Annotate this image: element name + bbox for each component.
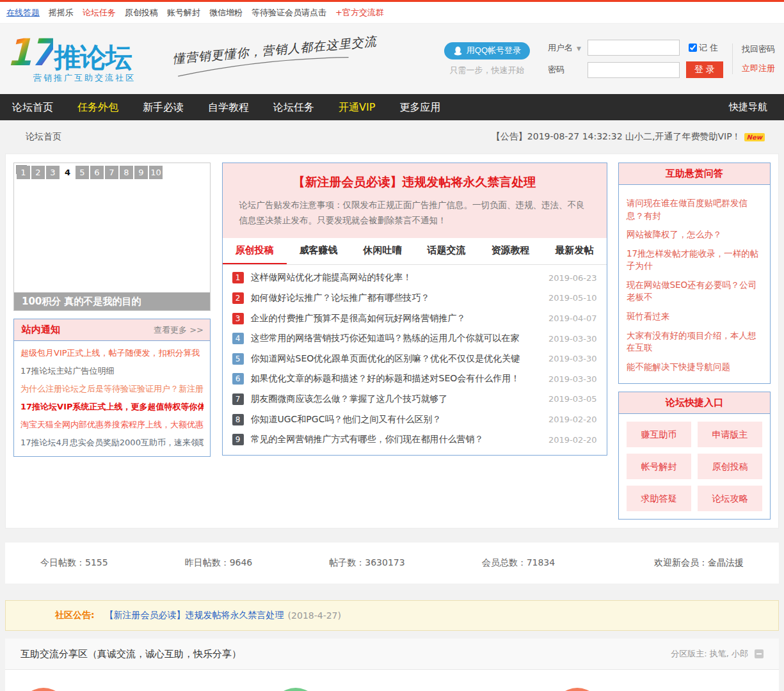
post-title[interactable]: 你知道网站SEO优化跟单页面优化的区别嘛？优化不仅仅是优化关键	[251, 353, 543, 365]
post-title[interactable]: 朋友圈微商应该怎么做？掌握了这几个技巧就够了	[251, 393, 543, 405]
post-title[interactable]: 如何做好论坛推广？论坛推广都有哪些技巧？	[251, 292, 543, 304]
qq-login-button[interactable]: 用QQ帐号登录	[444, 42, 530, 60]
top-link[interactable]: 账号解封	[167, 7, 200, 19]
logo-text: 推论坛	[54, 44, 131, 71]
forum-icon-circle[interactable]	[19, 688, 68, 691]
post-title[interactable]: 如果优化文章的标题和描述？好的标题和描述对SEO会有什么作用！	[251, 373, 543, 385]
carousel-caption[interactable]: 100积分 真的不是我的目的	[14, 292, 210, 310]
top-link[interactable]: 在线答题	[6, 7, 40, 19]
forum-icon-circle[interactable]	[271, 688, 320, 691]
carousel-page-button[interactable]: 3	[46, 166, 60, 179]
post-tab[interactable]: 资源教程	[479, 238, 543, 264]
post-title[interactable]: 这样做网站优化才能提高网站的转化率！	[251, 272, 543, 283]
section-title[interactable]: 互助交流分享区（真诚交流，诚心互助，快乐分享）	[20, 648, 241, 660]
forgot-password-link[interactable]: 找回密码	[742, 44, 775, 55]
top-link[interactable]: 等待验证会员请点击	[252, 7, 326, 19]
quick-entry-header: 论坛快捷入口	[619, 392, 770, 414]
community-announcement-link[interactable]: 【新注册会员必读】违规发帖将永久禁言处理	[105, 610, 284, 621]
post-row[interactable]: 2 如何做好论坛推广？论坛推广都有哪些技巧？ 2019-05-10	[232, 288, 597, 308]
notice-item[interactable]: 17推论坛VIP系统正式上线，更多超值特权等你体	[20, 398, 204, 416]
post-row[interactable]: 9 常见的全网营销推广方式有哪些，你们现在都用什么营销？ 2019-02-20	[232, 429, 597, 450]
notice-item[interactable]: 超级包月VIP正式上线，帖子随便发，扣积分算我	[20, 344, 204, 362]
post-tab[interactable]: 威客赚钱	[287, 238, 351, 264]
site-logo[interactable]: 17 推论坛 营销推广互助交流社区	[6, 34, 154, 84]
carousel-page-button[interactable]: 4	[61, 166, 74, 179]
username-input[interactable]	[588, 40, 680, 56]
quick-entry-button[interactable]: 原创投稿	[698, 454, 762, 479]
post-date: 2019-03-30	[548, 354, 597, 363]
carousel[interactable]: 1 2 3 4 5 6 7 8 9 10	[13, 163, 211, 311]
carousel-page-button[interactable]: 7	[105, 166, 118, 179]
post-rank-badge: 3	[232, 313, 244, 324]
forum-block: 互助问答求助 主题: 992, 帖数: 1万 17推怎样发帖才能收录，一样的帖子…	[264, 676, 545, 691]
notice-item[interactable]: 17推论坛主站广告位明细	[20, 362, 204, 380]
post-row[interactable]: 6 如果优化文章的标题和描述？好的标题和描述对SEO会有什么作用！ 2019-0…	[232, 369, 597, 390]
qa-item[interactable]: 斑竹看过来	[627, 310, 762, 323]
quick-entry-button[interactable]: 论坛攻略	[698, 486, 762, 511]
post-rank-badge: 8	[232, 414, 244, 425]
post-row[interactable]: 1 这样做网站优化才能提高网站的转化率！ 2019-06-23	[232, 268, 597, 289]
password-input[interactable]	[588, 62, 680, 78]
post-tab[interactable]: 最新发帖	[543, 238, 607, 264]
quick-nav-link[interactable]: 快捷导航	[729, 101, 767, 113]
post-tab[interactable]: 话题交流	[415, 238, 479, 264]
quick-entry-button[interactable]: 求助答疑	[627, 486, 691, 511]
post-title[interactable]: 这些常用的网络营销技巧你还知道吗？熟练的运用几个你就可以在家	[251, 333, 543, 344]
carousel-page-button[interactable]: 8	[120, 166, 133, 179]
new-member-name[interactable]: 金晶法援	[708, 557, 744, 568]
top-link[interactable]: 原创投稿	[125, 7, 158, 19]
stat-item: 帖子数：3630173	[329, 557, 404, 569]
qa-item[interactable]: 现在网站做SEO还有必要吗？公司老板不	[627, 279, 762, 304]
collapse-icon[interactable]	[755, 649, 764, 658]
quick-entry-button[interactable]: 赚互助币	[627, 422, 691, 447]
qa-item[interactable]: 大家有没有好的项目介绍，本人想在互联	[627, 330, 762, 354]
post-row[interactable]: 4 这些常用的网络营销技巧你还知道吗？熟练的运用几个你就可以在家 2019-03…	[232, 328, 597, 349]
carousel-page-button[interactable]: 9	[134, 166, 148, 179]
notice-item[interactable]: 为什么注册论坛之后是等待验证验证用户？新注册	[20, 380, 204, 398]
register-link[interactable]: 立即注册	[742, 63, 775, 74]
nav-item[interactable]: 论坛任务	[261, 94, 326, 120]
carousel-page-button[interactable]: 2	[31, 166, 45, 179]
top-link[interactable]: 微信增粉	[209, 7, 243, 19]
nav-item[interactable]: 自学教程	[196, 94, 261, 120]
nav-item[interactable]: 新手必读	[131, 94, 196, 120]
breadcrumb[interactable]: 论坛首页	[26, 131, 61, 143]
post-tab[interactable]: 原创投稿	[223, 238, 287, 264]
quick-entry-button[interactable]: 申请版主	[698, 422, 762, 447]
top-link[interactable]: 论坛任务	[83, 7, 116, 19]
top-link[interactable]: 摇摇乐	[49, 7, 74, 19]
post-title[interactable]: 你知道UGC和PGC吗？他们之间又有什么区别？	[251, 414, 543, 425]
top-link[interactable]: +官方交流群	[335, 7, 384, 19]
post-row[interactable]: 3 企业的付费推广预算不是很高如何玩好网络营销推广？ 2019-04-07	[232, 308, 597, 329]
notice-item[interactable]: 17推论坛4月忠实会员奖励2000互助币，速来领取	[20, 434, 204, 452]
qa-item[interactable]: 网站被降权了，怎么办？	[627, 228, 762, 241]
nav-item[interactable]: 更多应用	[387, 94, 452, 120]
qa-item[interactable]: 请问现在谁在做百度贴吧群发信息？有封	[627, 197, 762, 222]
login-button[interactable]: 登 录	[686, 61, 723, 78]
carousel-page-button[interactable]: 6	[90, 166, 104, 179]
header-announcement[interactable]: 【公告】2019-08-27 14:32:32 山小二,开通了年费赞助VIP！ …	[492, 131, 765, 143]
post-row[interactable]: 5 你知道网站SEO优化跟单页面优化的区别嘛？优化不仅仅是优化关键 2019-0…	[232, 349, 597, 369]
qa-item[interactable]: 能不能解决下快捷导航问题	[627, 361, 762, 374]
post-title[interactable]: 企业的付费推广预算不是很高如何玩好网络营销推广？	[251, 313, 543, 324]
nav-item[interactable]: 论坛首页	[0, 94, 65, 120]
nav-item[interactable]: 任务外包	[65, 94, 131, 120]
quick-entry-button[interactable]: 帐号解封	[627, 454, 691, 479]
carousel-page-button[interactable]: 10	[149, 166, 163, 179]
post-title[interactable]: 常见的全网营销推广方式有哪些，你们现在都用什么营销？	[251, 434, 543, 445]
view-more-link[interactable]: 查看更多 >>	[154, 324, 204, 336]
post-row[interactable]: 8 你知道UGC和PGC吗？他们之间又有什么区别？ 2019-02-20	[232, 409, 597, 430]
forum-icon-circle[interactable]	[553, 688, 602, 691]
carousel-page-button[interactable]: 5	[76, 166, 89, 179]
qa-item[interactable]: 17推怎样发帖才能收录，一样的帖子为什	[627, 248, 762, 273]
remember-checkbox[interactable]	[689, 44, 697, 52]
community-announcement: 社区公告: 【新注册会员必读】违规发帖将永久禁言处理 (2018-4-27)	[5, 600, 779, 631]
chevron-down-icon: ▼	[577, 45, 581, 52]
rules-notice-title[interactable]: 【新注册会员必读】违规发帖将永久禁言处理	[239, 174, 590, 191]
username-label[interactable]: 用户名▼	[548, 42, 588, 54]
nav-item[interactable]: 开通VIP	[326, 94, 387, 120]
post-row[interactable]: 7 朋友圈微商应该怎么做？掌握了这几个技巧就够了 2019-03-05	[232, 389, 597, 409]
notice-item[interactable]: 淘宝天猫全网内部优惠券搜索程序上线，大额优惠	[20, 416, 204, 434]
carousel-page-button[interactable]: 1	[17, 166, 30, 179]
post-tab[interactable]: 休闲吐嘈	[351, 238, 415, 264]
